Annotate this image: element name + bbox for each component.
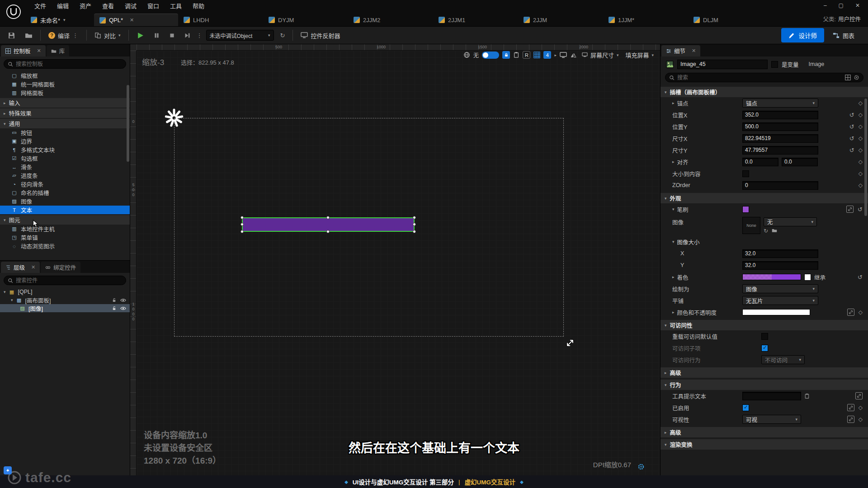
diff-button[interactable]: 对比 ▾ (91, 29, 124, 42)
chevron-right-icon[interactable]: ▸ (554, 53, 557, 57)
diamond-reset-icon[interactable]: ◇ (859, 112, 863, 118)
position-y-input[interactable] (742, 122, 818, 131)
close-button[interactable]: ✕ (855, 2, 860, 9)
palette-search[interactable] (4, 59, 126, 69)
section-advanced-2[interactable]: ▸高级 (660, 427, 868, 437)
tooltip-text-input[interactable] (742, 392, 801, 400)
diamond-reset-icon[interactable]: ◇ (859, 404, 863, 411)
skip-button[interactable] (181, 31, 193, 40)
grid-snap-size[interactable]: 4 (543, 51, 551, 59)
tab-home[interactable]: 未命名* ▾ (26, 14, 94, 26)
reset-arrow-icon[interactable]: ↺ (849, 112, 854, 118)
hierarchy-search[interactable] (4, 276, 126, 285)
reset-arrow-icon[interactable]: ↺ (849, 147, 854, 154)
image-size-y-input[interactable] (742, 261, 818, 270)
image-preview-box[interactable]: None (742, 217, 760, 234)
designer-viewport[interactable]: 500 1000 1500 2000 0 500 1000 缩放-3 选择：82… (130, 44, 660, 475)
section-slot[interactable]: ▾插槽（画布面板槽） (660, 87, 868, 97)
close-tab-icon[interactable]: ✕ (692, 48, 696, 54)
graph-mode-button[interactable]: 图表 (827, 28, 860, 42)
tab-library[interactable]: 库 (47, 45, 70, 56)
palette-item-text[interactable]: T文本 (0, 206, 130, 214)
debug-object-dropdown[interactable]: 未选中调试Object ▾ (206, 30, 274, 41)
palette-item-throbber[interactable]: ◌动态浏览图示 (0, 242, 130, 250)
eye-icon[interactable] (120, 298, 126, 303)
selected-image-widget[interactable] (242, 217, 415, 232)
compile-button[interactable]: ? 编译 ⋮ (45, 29, 82, 42)
details-search-input[interactable] (677, 75, 842, 81)
alignment-y-input[interactable] (782, 158, 818, 166)
settings-gear-icon[interactable] (854, 75, 859, 80)
size-y-input[interactable] (742, 146, 818, 155)
palette-item-checkbox[interactable]: ☑勾选框 (0, 154, 130, 163)
widget-reflector-button[interactable]: 控件反射器 (297, 29, 343, 42)
palette-item-grid-panel[interactable]: ▥网格面板 (0, 89, 130, 97)
fill-screen-dropdown[interactable]: 填充屏幕 ▾ (623, 50, 656, 60)
tab-2jjm2[interactable]: 2JJM2 (348, 14, 433, 26)
flip-mirror-icon[interactable] (570, 52, 577, 58)
anchors-dropdown[interactable]: 锚点▾ (742, 99, 818, 108)
dpi-settings-gear-icon[interactable] (637, 463, 645, 470)
draw-as-dropdown[interactable]: 图像▾ (742, 284, 818, 293)
bind-link-icon[interactable] (847, 416, 854, 423)
resize-handle[interactable] (241, 216, 244, 219)
bind-link-icon[interactable] (847, 404, 854, 411)
reset-arrow-icon[interactable]: ↺ (858, 206, 863, 213)
palette-scrollbar[interactable] (127, 85, 129, 162)
menu-tools[interactable]: 工具 (165, 1, 187, 10)
palette-section-input[interactable]: ▸输入 (0, 98, 130, 108)
use-selected-icon[interactable]: ↻ (764, 228, 768, 234)
palette-section-common[interactable]: ▾通用 (0, 119, 130, 128)
realtime-toggle[interactable]: R (523, 51, 530, 59)
close-tab-icon[interactable]: ✕ (130, 17, 134, 23)
browse-button[interactable] (22, 30, 36, 41)
bind-link-icon[interactable] (847, 309, 854, 316)
palette-item-slider[interactable]: ↔滑条 (0, 163, 130, 171)
color-opacity-bar[interactable] (742, 309, 810, 315)
bind-link-icon[interactable] (855, 392, 863, 399)
hierarchy-search-input[interactable] (16, 277, 122, 284)
palette-item-richtext[interactable]: ¶多格式文本块 (0, 145, 130, 154)
palette-item-native-host[interactable]: ▥本地控件主机 (0, 225, 130, 233)
corner-app-badge[interactable]: ✦ (4, 466, 12, 474)
monitor-icon[interactable] (560, 52, 567, 58)
resize-handle[interactable] (413, 216, 416, 219)
section-behavior[interactable]: ▾行为 (660, 380, 868, 390)
diamond-reset-icon[interactable]: ◇ (859, 123, 863, 130)
pause-button[interactable] (151, 31, 163, 40)
eye-icon[interactable] (120, 306, 126, 311)
stop-button[interactable] (166, 31, 178, 40)
alignment-x-input[interactable] (742, 158, 778, 166)
lock-viewport-button[interactable] (502, 51, 510, 59)
position-x-input[interactable] (742, 111, 818, 119)
reset-arrow-icon[interactable]: ↺ (849, 135, 854, 142)
play-options-icon[interactable]: ⋮ (197, 32, 203, 39)
tab-dyjm[interactable]: DYJM (263, 14, 348, 26)
palette-item-image[interactable]: ▨图像 (0, 197, 130, 206)
tab-bind-widgets[interactable]: 绑定控件 (41, 262, 80, 273)
inherit-checkbox[interactable] (804, 274, 811, 281)
screen-size-dropdown[interactable]: 屏幕尺寸 ▾ (580, 50, 621, 60)
minimize-button[interactable]: – (824, 2, 827, 9)
tab-details[interactable]: 细节 ✕ (661, 45, 700, 56)
palette-item-scalebox[interactable]: ▢缩放框 (0, 71, 130, 80)
close-tab-icon[interactable]: ✕ (31, 264, 35, 270)
save-button[interactable] (5, 30, 19, 41)
palette-item-border[interactable]: ▣边界 (0, 137, 130, 145)
filter-grid-icon[interactable] (845, 75, 851, 80)
diamond-reset-icon[interactable]: ◇ (859, 159, 863, 165)
tab-2jjm[interactable]: 2JJM (518, 14, 603, 26)
maximize-button[interactable]: ▢ (839, 2, 844, 9)
hierarchy-row-image[interactable]: ▨ [图像] (0, 304, 130, 312)
reset-arrow-icon[interactable]: ↺ (858, 274, 863, 281)
tint-color-bar[interactable] (742, 274, 801, 280)
image-size-x-input[interactable] (742, 249, 818, 258)
tab-palette[interactable]: 控制板 ✕ (1, 45, 46, 56)
palette-item-progressbar[interactable]: ▱进度条 (0, 171, 130, 180)
menu-asset[interactable]: 资产 (74, 1, 97, 10)
resize-handle[interactable] (241, 230, 244, 233)
tab-hierarchy[interactable]: 层级 ✕ (1, 262, 40, 273)
close-tab-icon[interactable]: ✕ (37, 48, 41, 54)
play-button[interactable] (133, 30, 147, 41)
lock-icon[interactable] (112, 298, 117, 303)
